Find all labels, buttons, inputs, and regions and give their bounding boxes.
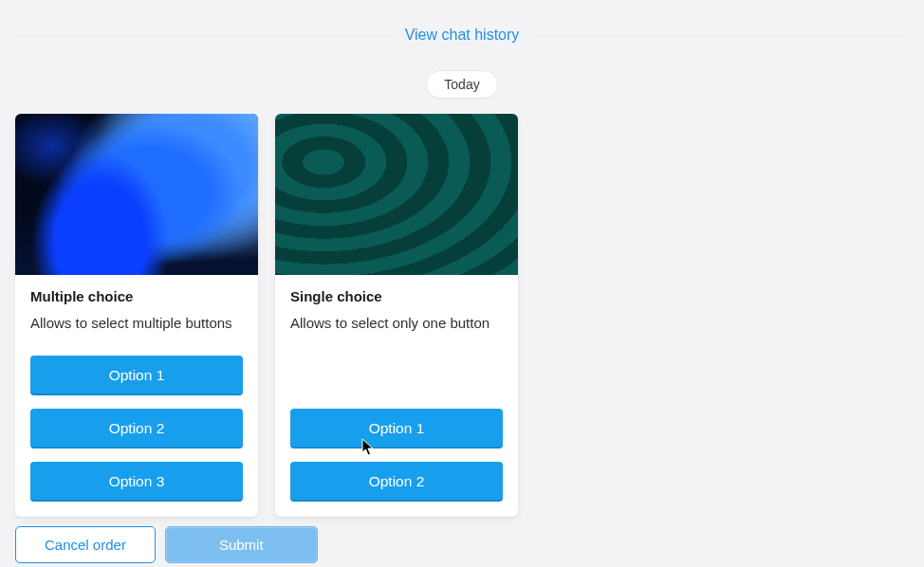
submit-button[interactable]: Submit <box>165 526 318 563</box>
option-button[interactable]: Option 2 <box>30 409 243 448</box>
option-button[interactable]: Option 3 <box>30 462 243 502</box>
view-chat-history-link[interactable]: View chat history <box>405 27 520 44</box>
card-description: Allows to select multiple buttons <box>30 314 243 333</box>
divider-left <box>15 35 390 36</box>
message-timestamp: 12:38 PM <box>0 563 924 567</box>
option-button[interactable]: Option 1 <box>290 409 503 448</box>
card-title: Multiple choice <box>30 288 243 304</box>
option-button[interactable]: Option 2 <box>290 462 503 502</box>
card-title: Single choice <box>290 288 503 304</box>
cancel-order-button[interactable]: Cancel order <box>15 526 156 563</box>
card-image-green-leaves <box>275 114 518 275</box>
date-pill: Today <box>426 70 497 99</box>
option-button[interactable]: Option 1 <box>30 356 243 395</box>
card-single-choice: Single choice Allows to select only one … <box>275 114 518 517</box>
card-description: Allows to select only one button <box>290 314 503 333</box>
actions-row: Cancel order Submit <box>0 517 924 563</box>
chat-history-divider: View chat history <box>15 0 909 44</box>
divider-right <box>534 35 909 36</box>
cards-row: Multiple choice Allows to select multipl… <box>0 114 924 517</box>
card-multiple-choice: Multiple choice Allows to select multipl… <box>15 114 258 517</box>
card-image-abstract-blue <box>15 114 258 275</box>
